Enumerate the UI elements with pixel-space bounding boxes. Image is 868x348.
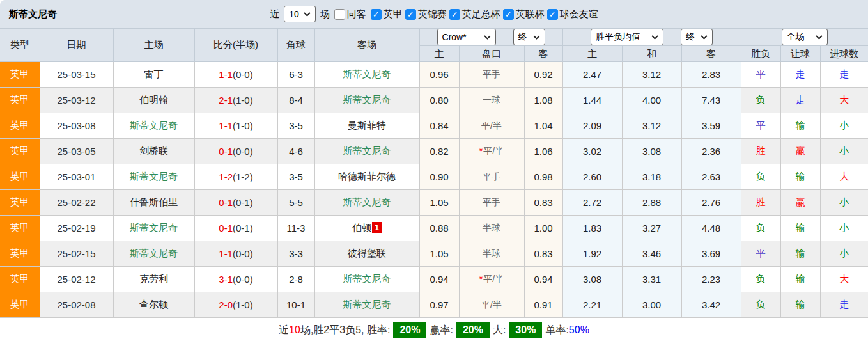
cell-1x2-home: 2.47: [562, 62, 622, 88]
odds-type-select[interactable]: 胜平负均值: [591, 29, 663, 45]
cell-league-type: 英甲: [0, 62, 40, 88]
chevron-down-icon: [816, 35, 823, 40]
eu-time-value: 终: [686, 31, 695, 43]
cell-1x2-away: 4.48: [681, 216, 741, 241]
cell-result-goals: 小: [820, 113, 868, 139]
cell-date: 25-02-12: [40, 267, 113, 292]
cell-home-team[interactable]: 斯蒂文尼奇: [113, 241, 194, 267]
bookmaker-value: Crow*: [442, 32, 467, 42]
bookmaker-select[interactable]: Crow*: [437, 29, 496, 45]
cell-1x2-away: 2.76: [681, 190, 741, 216]
cell-home-team[interactable]: 雷丁: [113, 62, 194, 88]
col-home: 主场: [113, 29, 194, 62]
period-value: 全场: [787, 31, 805, 43]
cell-1x2-away: 2.63: [681, 164, 741, 190]
cell-date: 25-02-15: [40, 241, 113, 267]
league-filter-1[interactable]: ✓英甲: [371, 8, 403, 20]
col-1x2-draw: 和: [622, 46, 681, 62]
cell-corners: 3-3: [277, 241, 314, 267]
league-filter-5[interactable]: ✓球会友谊: [547, 8, 598, 20]
profit-label: 赢率:: [430, 324, 453, 337]
chevron-down-icon: [484, 35, 491, 40]
league-filter-2[interactable]: ✓英锦赛: [405, 8, 447, 20]
chevron-down-icon: [651, 35, 658, 40]
cell-result-handicap: 输: [780, 292, 820, 318]
cell-ah-away-odds: 0.91: [524, 292, 562, 318]
cell-result-wdl: 平: [741, 113, 780, 139]
cell-away-team[interactable]: 斯蒂文尼奇: [314, 292, 419, 318]
col-ah-home: 主: [419, 46, 459, 62]
cell-away-team[interactable]: 彼得堡联: [314, 241, 419, 267]
col-1x2-home: 主: [562, 46, 622, 62]
matches-label: 场: [320, 8, 330, 20]
chevron-down-icon: [304, 12, 311, 17]
cell-away-team[interactable]: 斯蒂文尼奇: [314, 139, 419, 164]
checkbox-checked-icon[interactable]: ✓: [547, 9, 558, 20]
cell-date: 25-02-08: [40, 292, 113, 318]
cell-away-team[interactable]: 哈德斯菲尔德: [314, 164, 419, 190]
cell-ah-home-odds: 1.05: [419, 241, 459, 267]
cell-score: 1-2(1-2): [194, 164, 277, 190]
same-away-filter[interactable]: 同客: [334, 8, 366, 20]
star-marker: *: [479, 146, 483, 156]
col-date: 日期: [40, 29, 113, 62]
cell-1x2-home: 2.60: [562, 164, 622, 190]
cell-ah-home-odds: 0.82: [419, 139, 459, 164]
league-filter-4[interactable]: ✓英联杯: [503, 8, 545, 20]
cell-ah-home-odds: 0.84: [419, 113, 459, 139]
cell-ah-away-odds: 1.04: [524, 113, 562, 139]
cell-home-team[interactable]: 斯蒂文尼奇: [113, 216, 194, 241]
match-row: 英甲25-03-01斯蒂文尼奇1-2(1-2)3-5哈德斯菲尔德0.90平手0.…: [0, 164, 868, 190]
cell-ah-away-odds: 1.00: [524, 216, 562, 241]
cell-result-goals: 大: [820, 88, 868, 113]
cell-1x2-away: 7.43: [681, 88, 741, 113]
cell-result-wdl: 负: [741, 216, 780, 241]
cell-1x2-home: 1.83: [562, 216, 622, 241]
cell-away-team[interactable]: 伯顿1: [314, 216, 419, 241]
cell-away-team[interactable]: 斯蒂文尼奇: [314, 88, 419, 113]
match-row: 英甲25-03-05剑桥联0-1(0-0)4-6斯蒂文尼奇0.82*平/半1.0…: [0, 139, 868, 164]
cell-home-team[interactable]: 克劳利: [113, 267, 194, 292]
cell-ah-home-odds: 0.80: [419, 88, 459, 113]
cell-away-team[interactable]: 斯蒂文尼奇: [314, 62, 419, 88]
checkbox-unchecked-icon[interactable]: [334, 9, 345, 20]
ah-time-select[interactable]: 终: [513, 29, 545, 45]
same-away-label: 同客: [347, 8, 366, 20]
cell-away-team[interactable]: 斯蒂文尼奇: [314, 190, 419, 216]
big-label: 大:: [493, 324, 506, 337]
cell-1x2-draw: 3.08: [622, 139, 681, 164]
cell-corners: 3-5: [277, 113, 314, 139]
cell-ah-away-odds: 0.98: [524, 164, 562, 190]
period-select[interactable]: 全场: [782, 29, 828, 45]
recent-count-value: 10: [289, 9, 299, 19]
cell-home-team[interactable]: 查尔顿: [113, 292, 194, 318]
recent-count-select[interactable]: 10: [284, 6, 316, 22]
match-row: 英甲25-03-15雷丁1-1(0-0)6-3斯蒂文尼奇0.96平手0.922.…: [0, 62, 868, 88]
cell-home-team[interactable]: 剑桥联: [113, 139, 194, 164]
cell-away-team[interactable]: 斯蒂文尼奇: [314, 267, 419, 292]
col-away: 客场: [314, 29, 419, 62]
cell-1x2-draw: 3.00: [622, 292, 681, 318]
checkbox-checked-icon[interactable]: ✓: [405, 9, 416, 20]
cell-date: 25-03-05: [40, 139, 113, 164]
cell-league-type: 英甲: [0, 88, 40, 113]
cell-home-team[interactable]: 伯明翰: [113, 88, 194, 113]
cell-ah-away-odds: 1.08: [524, 88, 562, 113]
cell-home-team[interactable]: 斯蒂文尼奇: [113, 164, 194, 190]
cell-home-team[interactable]: 斯蒂文尼奇: [113, 113, 194, 139]
checkbox-checked-icon[interactable]: ✓: [503, 9, 514, 20]
cell-home-team[interactable]: 什鲁斯伯里: [113, 190, 194, 216]
cell-1x2-home: 3.08: [562, 267, 622, 292]
league-filter-3[interactable]: ✓英足总杯: [449, 8, 500, 20]
checkbox-checked-icon[interactable]: ✓: [371, 9, 382, 20]
cell-ah-line: 一球: [459, 88, 524, 113]
cell-result-goals: 小: [820, 216, 868, 241]
cell-score: 1-1(0-0): [194, 241, 277, 267]
cell-1x2-draw: 4.00: [622, 88, 681, 113]
checkbox-checked-icon[interactable]: ✓: [449, 9, 460, 20]
cell-1x2-away: 2.23: [681, 267, 741, 292]
cell-result-handicap: 输: [780, 241, 820, 267]
cell-score: 2-0(1-0): [194, 292, 277, 318]
cell-away-team[interactable]: 曼斯菲特: [314, 113, 419, 139]
eu-time-select[interactable]: 终: [681, 29, 713, 45]
